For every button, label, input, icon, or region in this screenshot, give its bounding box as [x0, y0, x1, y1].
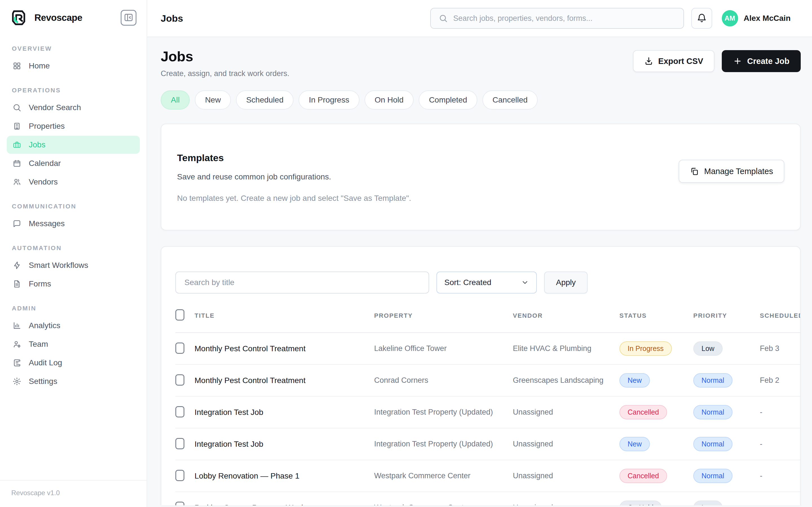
- sidebar-item-label: Jobs: [29, 140, 45, 149]
- priority-badge: Low: [693, 341, 723, 356]
- table-row: Integration Test JobIntegration Test Pro…: [175, 396, 801, 428]
- gear-icon: [12, 377, 21, 386]
- page-header: Jobs Create, assign, and track work orde…: [161, 48, 801, 78]
- sidebar-item-smart-workflows[interactable]: Smart Workflows: [7, 256, 140, 274]
- sidebar-item-settings[interactable]: Settings: [7, 372, 140, 390]
- sidebar-item-properties[interactable]: Properties: [7, 117, 140, 135]
- sidebar-item-home[interactable]: Home: [7, 57, 140, 75]
- job-scheduled: Feb 2: [760, 364, 801, 396]
- sidebar-item-messages[interactable]: Messages: [7, 215, 140, 233]
- templates-empty-state: No templates yet. Create a new job and s…: [177, 194, 411, 203]
- section-label-automation: Automation: [12, 244, 135, 252]
- job-vendor: Elite HVAC & Plumbing: [513, 333, 619, 364]
- sidebar-item-label: Analytics: [29, 321, 60, 330]
- sidebar-item-calendar[interactable]: Calendar: [7, 154, 140, 172]
- filter-chip-all[interactable]: All: [161, 91, 190, 110]
- row-checkbox[interactable]: [175, 406, 185, 417]
- status-badge: New: [619, 373, 650, 388]
- file-icon: [12, 279, 21, 288]
- jobs-table-card: Sort: Created Apply Title Property: [161, 246, 801, 505]
- user-menu[interactable]: AM Alex McCain: [722, 10, 791, 26]
- row-checkbox[interactable]: [175, 470, 185, 481]
- select-all-checkbox[interactable]: [175, 309, 185, 321]
- row-checkbox[interactable]: [175, 438, 185, 449]
- filter-chip-in-progress[interactable]: In Progress: [299, 91, 359, 110]
- section-label-admin: Admin: [12, 305, 135, 312]
- global-search[interactable]: [430, 8, 684, 29]
- user-name: Alex McCain: [744, 14, 791, 23]
- sidebar-item-audit-log[interactable]: Audit Log: [7, 354, 140, 372]
- avatar: AM: [722, 10, 738, 26]
- jobs-table-body: Monthly Pest Control TreatmentLakeline O…: [175, 333, 801, 505]
- export-csv-button[interactable]: Export CSV: [633, 50, 715, 72]
- sidebar-item-label: Settings: [29, 377, 57, 386]
- download-icon: [644, 57, 653, 66]
- filter-chip-on-hold[interactable]: On Hold: [364, 91, 414, 110]
- title-search[interactable]: [175, 272, 429, 293]
- priority-badge: Normal: [693, 405, 732, 419]
- job-title: Monthly Pest Control Treatment: [195, 333, 374, 364]
- sidebar-item-label: Vendor Search: [29, 103, 81, 112]
- filter-chip-completed[interactable]: Completed: [419, 91, 477, 110]
- copy-icon: [690, 167, 699, 176]
- job-property: Integration Test Property (Updated): [374, 396, 513, 428]
- status-badge: Cancelled: [619, 405, 667, 419]
- bell-icon: [697, 13, 707, 24]
- sidebar-collapse-button[interactable]: [121, 10, 137, 25]
- sidebar-item-vendor-search[interactable]: Vendor Search: [7, 99, 140, 117]
- table-row: Monthly Pest Control TreatmentConrad Cor…: [175, 364, 801, 396]
- job-property: Westpark Commerce Center: [374, 492, 513, 505]
- row-checkbox[interactable]: [175, 342, 185, 354]
- sidebar-item-label: Properties: [29, 122, 65, 131]
- status-badge: On Hold: [619, 501, 662, 505]
- job-title: Parking Garage Pressure Wash: [195, 492, 374, 505]
- job-vendor: Unassigned: [513, 492, 619, 505]
- create-job-button[interactable]: Create Job: [722, 50, 801, 72]
- job-property: Conrad Corners: [374, 364, 513, 396]
- global-search-input[interactable]: [453, 14, 675, 23]
- users-icon: [12, 177, 21, 186]
- status-badge: In Progress: [619, 341, 672, 356]
- sidebar-item-vendors[interactable]: Vendors: [7, 173, 140, 191]
- manage-templates-button[interactable]: Manage Templates: [679, 160, 784, 183]
- page-subtitle: Create, assign, and track work orders.: [161, 69, 289, 78]
- filter-chip-cancelled[interactable]: Cancelled: [483, 91, 538, 110]
- panel-collapse-icon: [124, 13, 133, 23]
- table-row: Parking Garage Pressure WashWestpark Com…: [175, 492, 801, 505]
- sidebar-item-label: Vendors: [29, 177, 58, 186]
- sidebar-item-label: Team: [29, 340, 48, 349]
- sidebar-header: Revoscape: [0, 0, 147, 34]
- row-checkbox[interactable]: [175, 502, 185, 506]
- status-badge: Cancelled: [619, 469, 667, 483]
- priority-badge: Normal: [693, 437, 732, 451]
- column-header-scheduled: Scheduled: [760, 307, 801, 333]
- sidebar-nav: OverviewHomeOperationsVendor SearchPrope…: [0, 34, 147, 480]
- brand-name: Revoscape: [35, 12, 82, 23]
- row-checkbox[interactable]: [175, 374, 185, 386]
- column-header-status: Status: [619, 307, 693, 333]
- revoscape-logo-icon: [10, 9, 28, 26]
- table-header-row: Title Property Vendor Status Priority Sc…: [175, 307, 801, 333]
- sidebar: Revoscape OverviewHomeOperationsVendor S…: [0, 0, 147, 507]
- job-vendor: Greenscapes Landscaping: [513, 364, 619, 396]
- sidebar-item-jobs[interactable]: Jobs: [7, 136, 140, 154]
- job-vendor: Unassigned: [513, 428, 619, 460]
- sidebar-item-forms[interactable]: Forms: [7, 275, 140, 293]
- filter-chip-scheduled[interactable]: Scheduled: [236, 91, 294, 110]
- column-header-title: Title: [195, 307, 374, 333]
- column-header-priority: Priority: [693, 307, 760, 333]
- job-scheduled: -: [760, 396, 801, 428]
- title-search-input[interactable]: [185, 278, 420, 287]
- sort-select[interactable]: Sort: Created: [437, 272, 537, 293]
- filter-chip-new[interactable]: New: [195, 91, 231, 110]
- notifications-button[interactable]: [691, 8, 712, 29]
- status-filter-chips: AllNewScheduledIn ProgressOn HoldComplet…: [161, 91, 801, 110]
- apply-button[interactable]: Apply: [544, 272, 588, 293]
- section-label-overview: Overview: [12, 45, 135, 52]
- sidebar-item-analytics[interactable]: Analytics: [7, 317, 140, 335]
- section-label-operations: Operations: [12, 87, 135, 94]
- sidebar-item-team[interactable]: Team: [7, 335, 140, 353]
- job-scheduled: Feb 3: [760, 333, 801, 364]
- table-row: Integration Test JobIntegration Test Pro…: [175, 428, 801, 460]
- briefcase-icon: [12, 140, 21, 149]
